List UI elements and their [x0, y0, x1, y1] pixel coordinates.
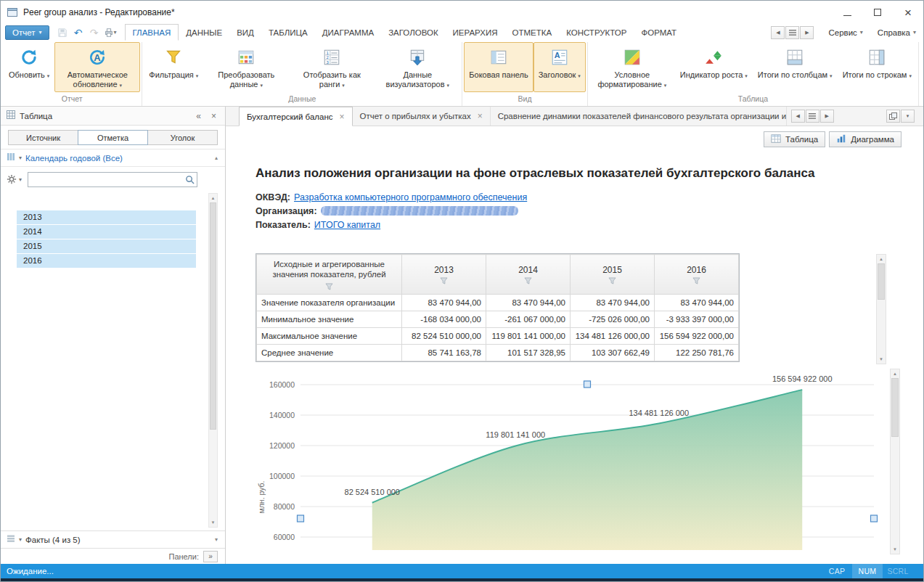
- scroll-up-icon[interactable]: ▲: [877, 255, 886, 263]
- close-tab-icon[interactable]: ×: [340, 112, 345, 122]
- chart-selection-handle-middle-right[interactable]: [871, 515, 878, 522]
- scroll-down-icon[interactable]: ▼: [877, 355, 886, 364]
- scroll-up-icon[interactable]: ▲: [209, 194, 217, 202]
- auto-refresh-button[interactable]: A Автоматическое обновление▾: [54, 42, 140, 92]
- doc-tab-balance[interactable]: Бухгалтерский баланс ×: [239, 107, 353, 126]
- chart-view-button[interactable]: Диаграмма: [829, 131, 901, 147]
- report-scrollbar[interactable]: ▲ ▼: [890, 369, 900, 554]
- save-icon[interactable]: [55, 25, 70, 40]
- list-item-2015[interactable]: 2015: [17, 239, 196, 253]
- chevron-down-icon: ▾: [578, 73, 581, 78]
- table-view-button[interactable]: Таблица: [764, 131, 825, 147]
- chart-selection-handle-top-center[interactable]: [584, 381, 591, 388]
- refresh-button[interactable]: Обновить▾: [4, 42, 54, 92]
- close-tab-icon[interactable]: ×: [478, 111, 483, 121]
- ribbon-group-label: Отчет: [4, 92, 140, 106]
- ribbon-tab-format[interactable]: ФОРМАТ: [634, 24, 684, 41]
- report-menu-button[interactable]: Отчет▾: [5, 25, 49, 40]
- panels-expand-icon[interactable]: »: [203, 551, 218, 562]
- search-icon[interactable]: [185, 175, 195, 187]
- svg-text:119 801 141 000: 119 801 141 000: [486, 430, 545, 439]
- doc-tab-comparison[interactable]: Сравнение динамики показателей финансово…: [491, 107, 787, 126]
- tab-scroll-right-icon[interactable]: ▶: [820, 110, 834, 123]
- ribbon-tab-view[interactable]: ВИД: [229, 24, 261, 41]
- filter-funnel-icon[interactable]: [655, 277, 738, 284]
- undo-icon[interactable]: ↶: [71, 25, 86, 40]
- okved-link[interactable]: Разработка компьютерного программного об…: [294, 192, 527, 202]
- bar-chart-icon: [836, 134, 846, 145]
- ribbon-tab-header[interactable]: ЗАГОЛОВОК: [381, 24, 445, 41]
- list-item-2014[interactable]: 2014: [17, 225, 196, 239]
- filter-funnel-icon[interactable]: [257, 283, 401, 290]
- transform-data-button[interactable]: Преобразовать данные▾: [203, 42, 289, 92]
- sidebar-tab-source[interactable]: Источник: [8, 130, 78, 145]
- ribbon-tab-selection[interactable]: ОТМЕТКА: [505, 24, 560, 41]
- close-panel-icon[interactable]: ×: [208, 111, 219, 121]
- visualizer-data-button[interactable]: Данные визуализаторов▾: [375, 42, 460, 92]
- service-menu[interactable]: Сервис▾: [828, 28, 862, 37]
- header-button[interactable]: A Заголовок▾: [533, 42, 586, 92]
- scroll-down-icon[interactable]: ▼: [209, 518, 217, 527]
- conditional-formatting-button[interactable]: Условное форматирование▾: [589, 42, 675, 92]
- list-item-2013[interactable]: 2013: [17, 210, 196, 224]
- sidebar-tab-corner[interactable]: Уголок: [147, 130, 218, 145]
- layout-stack-icon[interactable]: [886, 110, 900, 123]
- tab-list-icon[interactable]: [806, 110, 819, 123]
- ribbon-tab-main[interactable]: ГЛАВНАЯ: [125, 24, 179, 41]
- help-menu[interactable]: Справка▾: [878, 28, 916, 37]
- sidebar-scrollbar[interactable]: ▲ ▼: [208, 193, 218, 528]
- layout-menu-caret-icon[interactable]: ▾: [901, 110, 915, 123]
- scroll-up-icon[interactable]: ▲: [891, 369, 899, 378]
- show-as-ranks-button[interactable]: 123 Отобразить как ранги▾: [289, 42, 375, 92]
- scroll-lock-indicator: SCRL: [883, 564, 913, 578]
- sidebar-tab-selection[interactable]: Отметка: [78, 130, 148, 145]
- area-chart[interactable]: 600008000010000012000014000016000082 524…: [255, 370, 886, 560]
- indicator-label: Показатель:: [255, 220, 311, 230]
- nav-left-icon[interactable]: ◀: [771, 26, 785, 39]
- doc-tab-profit-loss[interactable]: Отчет о прибылях и убытках ×: [353, 107, 491, 126]
- nav-right-icon[interactable]: ▶: [800, 26, 814, 39]
- facts-section-header[interactable]: ▾ Факты (4 из 5) ▾: [1, 530, 225, 548]
- minimize-button[interactable]: [832, 1, 862, 24]
- settings-gear-button[interactable]: ▾: [7, 174, 22, 184]
- organization-redacted-scribble: [321, 206, 518, 216]
- nav-list-icon[interactable]: [785, 26, 799, 39]
- table-scrollbar[interactable]: ▲ ▼: [876, 254, 886, 364]
- print-icon[interactable]: ▾: [103, 25, 118, 40]
- refresh-icon: [20, 46, 38, 69]
- close-button[interactable]: ×: [893, 1, 923, 24]
- filter-funnel-icon[interactable]: [402, 277, 486, 284]
- scrollbar-thumb[interactable]: [210, 202, 216, 430]
- ranks-icon: 123: [322, 46, 341, 69]
- ribbon-tab-table[interactable]: ТАБЛИЦА: [261, 24, 315, 41]
- dimension-header[interactable]: ▾ Календарь годовой (Все) ▴: [1, 149, 225, 167]
- filter-button[interactable]: Фильтрация▾: [144, 42, 203, 92]
- scroll-down-icon[interactable]: ▼: [891, 545, 899, 554]
- ribbon-tab-hierarchy[interactable]: ИЕРАРХИЯ: [446, 24, 505, 41]
- auto-refresh-icon: A: [88, 46, 107, 69]
- member-search-input[interactable]: [28, 172, 197, 187]
- indicator-link[interactable]: ИТОГО капитал: [314, 220, 380, 230]
- svg-text:млн. руб.: млн. руб.: [257, 481, 266, 514]
- scrollbar-thumb[interactable]: [878, 263, 885, 300]
- organization-label: Организация:: [255, 206, 317, 216]
- collapse-panel-icon[interactable]: «: [193, 111, 204, 121]
- scrollbar-thumb[interactable]: [891, 378, 899, 437]
- chart-selection-handle-middle-left[interactable]: [298, 515, 304, 522]
- table-view-icon: [771, 134, 781, 145]
- collapse-section-icon[interactable]: ▴: [213, 155, 219, 161]
- column-totals-button[interactable]: Итоги по столбцам▾: [753, 42, 838, 92]
- redo-icon[interactable]: ↷: [87, 25, 102, 40]
- list-item-2016[interactable]: 2016: [17, 254, 196, 268]
- filter-funnel-icon[interactable]: [571, 277, 654, 284]
- ribbon-tab-constructor[interactable]: КОНСТРУКТОР: [559, 24, 634, 41]
- row-totals-button[interactable]: Итоги по строкам▾: [838, 42, 917, 92]
- tab-scroll-left-icon[interactable]: ◀: [791, 110, 805, 123]
- ribbon-tab-data[interactable]: ДАННЫЕ: [179, 24, 229, 41]
- expand-section-icon[interactable]: ▾: [213, 536, 219, 543]
- maximize-button[interactable]: [862, 1, 893, 24]
- ribbon-tab-chart[interactable]: ДИАГРАММА: [315, 24, 381, 41]
- growth-indicator-button[interactable]: Индикатор роста▾: [675, 42, 753, 92]
- side-panel-button[interactable]: Боковая панель: [464, 42, 533, 92]
- filter-funnel-icon[interactable]: [486, 277, 570, 284]
